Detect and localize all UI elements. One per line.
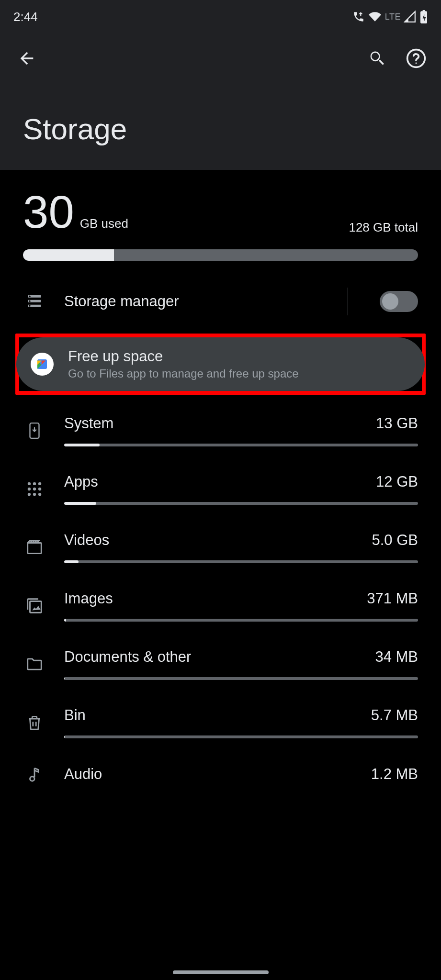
category-apps[interactable]: Apps 12 GB <box>0 460 441 518</box>
category-size: 34 MB <box>375 648 418 666</box>
lte-indicator: LTE <box>385 12 401 22</box>
category-name: Bin <box>64 707 86 724</box>
storage-manager-row[interactable]: Storage manager <box>0 274 441 329</box>
category-bar <box>64 619 418 622</box>
category-name: Documents & other <box>64 648 191 666</box>
highlight-annotation: Free up space Go to Files app to manage … <box>15 334 426 395</box>
category-bar <box>64 444 418 446</box>
trash-icon <box>25 713 44 732</box>
toolbar <box>0 33 441 83</box>
category-audio[interactable]: Audio 1.2 MB <box>0 752 441 797</box>
category-system[interactable]: System 13 GB <box>0 401 441 460</box>
svg-point-10 <box>33 488 36 490</box>
storage-progress-bar <box>23 249 418 261</box>
page-title: Storage <box>0 83 441 146</box>
storage-progress-fill <box>23 249 114 261</box>
apps-icon <box>25 480 44 498</box>
help-icon <box>406 48 427 69</box>
category-size: 371 MB <box>367 590 418 607</box>
svg-rect-16 <box>30 601 42 613</box>
storage-manager-label: Storage manager <box>64 293 329 310</box>
category-name: Apps <box>64 473 98 490</box>
folder-icon <box>25 655 44 673</box>
battery-charging-icon <box>420 10 428 23</box>
back-button[interactable] <box>17 49 36 68</box>
total-storage: 128 GB total <box>349 220 418 235</box>
svg-point-2 <box>29 296 30 297</box>
free-up-title: Free up space <box>68 348 407 365</box>
category-size: 13 GB <box>376 415 418 432</box>
used-value: 30 <box>23 189 74 235</box>
svg-point-3 <box>29 301 30 302</box>
signal-icon <box>404 11 416 23</box>
svg-point-1 <box>416 63 417 64</box>
videos-icon <box>25 538 44 557</box>
svg-point-13 <box>33 493 36 496</box>
divider <box>348 288 348 315</box>
svg-rect-15 <box>28 543 42 554</box>
wifi-icon <box>369 11 381 23</box>
svg-point-8 <box>38 482 41 485</box>
free-up-space-button[interactable]: Free up space Go to Files app to manage … <box>16 337 425 391</box>
category-bar <box>64 677 418 680</box>
search-icon <box>367 49 386 68</box>
audio-icon <box>25 765 44 783</box>
category-name: Audio <box>64 766 102 783</box>
category-size: 1.2 MB <box>371 766 418 783</box>
svg-point-4 <box>29 305 30 307</box>
images-icon <box>25 597 44 615</box>
svg-point-0 <box>407 50 425 67</box>
category-bar <box>64 735 418 738</box>
status-bar: 2:44 LTE <box>0 0 441 33</box>
used-unit: GB used <box>80 216 128 231</box>
phone-update-icon <box>25 422 44 440</box>
category-size: 5.0 GB <box>372 532 418 549</box>
category-images[interactable]: Images 371 MB <box>0 577 441 635</box>
wifi-calling-icon <box>352 11 365 23</box>
files-app-icon <box>31 353 54 376</box>
category-name: Images <box>64 590 113 607</box>
svg-point-17 <box>30 777 35 781</box>
search-button[interactable] <box>367 49 386 68</box>
storage-usage: 30 GB used 128 GB total <box>0 184 441 244</box>
arrow-back-icon <box>17 49 36 68</box>
navigation-handle[interactable] <box>173 970 269 974</box>
free-up-subtitle: Go to Files app to manage and free up sp… <box>68 367 407 380</box>
svg-point-11 <box>38 488 41 490</box>
status-time: 2:44 <box>13 10 38 24</box>
category-bar <box>64 502 418 505</box>
storage-icon <box>25 292 44 311</box>
category-videos[interactable]: Videos 5.0 GB <box>0 518 441 577</box>
category-bar <box>64 560 418 563</box>
category-size: 12 GB <box>376 473 418 490</box>
category-bin[interactable]: Bin 5.7 MB <box>0 693 441 752</box>
svg-point-12 <box>28 493 31 496</box>
category-documents[interactable]: Documents & other 34 MB <box>0 635 441 693</box>
storage-manager-toggle[interactable] <box>380 291 418 312</box>
header: Storage <box>0 33 441 170</box>
category-name: System <box>64 415 113 432</box>
category-name: Videos <box>64 532 109 549</box>
svg-point-7 <box>33 482 36 485</box>
svg-point-9 <box>28 488 31 490</box>
status-icons: LTE <box>352 10 428 23</box>
category-size: 5.7 MB <box>371 707 418 724</box>
svg-point-6 <box>28 482 31 485</box>
svg-point-14 <box>38 493 41 496</box>
help-button[interactable] <box>406 48 427 69</box>
